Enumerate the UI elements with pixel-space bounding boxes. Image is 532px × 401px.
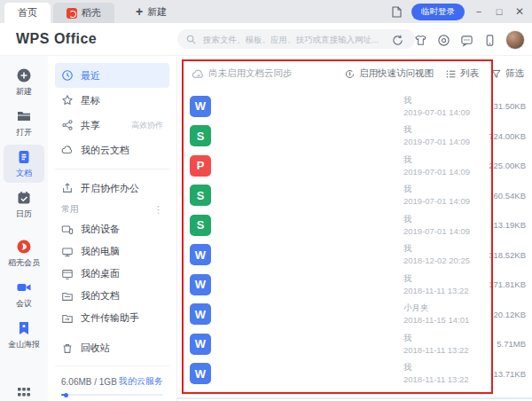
docer-member-icon <box>16 239 32 255</box>
temp-login-button[interactable]: 临时登录 <box>411 4 465 20</box>
file-type-icon: W <box>190 363 211 384</box>
file-row[interactable]: S 我 2019-07-01 14:09 13.19KB <box>177 210 532 240</box>
file-size: 60.54KB <box>494 191 526 200</box>
sidebar-item-my-desktop[interactable]: 我的桌面 <box>55 263 169 285</box>
file-date: 2018-11-11 13:22 <box>403 373 489 386</box>
rail-item-meeting[interactable]: 会议 <box>4 275 44 313</box>
file-date: 2019-07-01 14:09 <box>403 106 489 119</box>
view-mode-button[interactable]: 列表 <box>445 67 479 80</box>
file-author: 我 <box>403 183 489 195</box>
file-row[interactable]: S 我 2019-07-01 14:09 724.00KB <box>177 122 532 152</box>
sidebar-item-label: 我的云文档 <box>81 144 129 157</box>
plus-icon: + <box>136 5 143 18</box>
file-row[interactable]: P 我 2019-07-01 14:09 225.00KB <box>177 151 532 181</box>
file-row[interactable]: W 我 2018-11-11 13:22 13.71KB <box>177 359 532 389</box>
computer-icon <box>61 246 74 258</box>
file-row[interactable]: W 我 2018-11-11 13:22 5.71MB <box>177 329 532 359</box>
tab-bar: 首页 稻壳 + 新建 临时登录 − □ ✕ <box>0 0 532 23</box>
rail-item-new[interactable]: 新建 <box>4 63 44 101</box>
sidebar-item-label: 我的电脑 <box>81 245 120 258</box>
file-author: 我 <box>403 153 489 166</box>
file-row[interactable]: S 我 2019-07-01 14:09 60.54KB <box>177 181 532 211</box>
quick-access-label: 启用快速访问视图 <box>359 67 434 80</box>
file-size: 5.71MB <box>497 339 526 349</box>
star-icon <box>61 94 74 106</box>
sidebar-item-shared[interactable]: 共享 高效协作 <box>55 113 169 138</box>
settings-icon[interactable] <box>436 33 450 47</box>
tab-docer[interactable]: 稻壳 <box>53 3 114 23</box>
storage-progress-fill <box>61 394 67 396</box>
wps-logo: WPS Office <box>16 31 97 47</box>
share-export-icon <box>61 182 74 194</box>
message-feedback-icon[interactable] <box>459 33 473 47</box>
close-button[interactable]: ✕ <box>513 6 526 17</box>
sidebar-item-my-computer[interactable]: 我的电脑 <box>55 240 169 263</box>
mobile-device-icon[interactable] <box>482 33 497 47</box>
skin-theme-icon[interactable] <box>413 33 427 47</box>
file-type-icon: W <box>190 334 211 355</box>
file-type-icon: S <box>190 215 211 236</box>
search-input[interactable] <box>201 34 406 45</box>
collab-badge: 高效协作 <box>131 120 163 131</box>
file-row[interactable]: W 小月夹 2018-11-15 14:01 20.12KB <box>177 300 532 330</box>
quick-access-icon <box>344 68 356 80</box>
minimize-button[interactable]: − <box>473 7 485 17</box>
sidebar-item-collab-office[interactable]: 开启协作办公 <box>55 176 169 200</box>
rail-item-open[interactable]: 打开 <box>4 104 44 142</box>
divider <box>55 366 169 366</box>
devices-icon <box>61 224 74 236</box>
rail-item-docer-member[interactable]: 稻壳会员 <box>4 234 44 272</box>
tab-home[interactable]: 首页 <box>4 3 51 23</box>
file-row[interactable]: W 我 2018-11-11 13:22 171.81KB <box>177 270 532 300</box>
cloud-sync-notice[interactable]: 尚未启用文档云同步 <box>192 67 293 80</box>
file-date: 2018-12-02 20:25 <box>403 255 489 267</box>
new-tab-button[interactable]: + 新建 <box>136 0 167 23</box>
rail-item-apps[interactable]: 应用 <box>4 380 44 401</box>
section-title: 常用 <box>61 203 79 216</box>
document-page-icon[interactable] <box>389 4 403 19</box>
file-type-icon: W <box>190 244 211 265</box>
file-meta: 我 2019-07-01 14:09 <box>403 123 489 149</box>
more-vertical-icon[interactable]: ⋮ <box>153 204 163 216</box>
maximize-button[interactable]: □ <box>493 7 505 17</box>
file-list-header: 尚未启用文档云同步 启用快速访问视图 列表 筛选 <box>177 56 532 91</box>
sidebar-item-label: 开启协作办公 <box>81 182 139 195</box>
file-size: 225.00KB <box>489 161 526 170</box>
rail-label: 会议 <box>16 298 32 310</box>
file-type-icon: W <box>190 303 211 325</box>
share-icon <box>61 119 74 131</box>
rail-item-calendar[interactable]: 日历 <box>4 185 44 224</box>
sidebar-item-file-transfer[interactable]: 文件传输助手 <box>55 307 169 329</box>
sidebar-item-cloud-docs[interactable]: 我的云文档 <box>55 138 169 162</box>
file-author: 我 <box>403 213 489 225</box>
sidebar-item-recycle-bin[interactable]: 回收站 <box>55 337 169 359</box>
file-row[interactable]: W 我 2018-12-02 20:25 318.52KB <box>177 240 532 271</box>
cloud-storage-block: 6.06MB / 1GB 我的云服务 <box>55 373 169 396</box>
history-refresh-icon[interactable] <box>390 33 404 47</box>
divider <box>55 169 169 169</box>
sidebar-item-starred[interactable]: 星标 <box>55 88 169 113</box>
file-size: 13.19KB <box>494 220 526 230</box>
sidebar-item-recent[interactable]: 最近 <box>55 63 169 88</box>
file-row[interactable]: W 我 2019-07-01 14:09 31.50KB <box>177 91 532 122</box>
cloud-service-link[interactable]: 我的云服务 <box>119 375 163 388</box>
cloud-icon <box>61 144 74 156</box>
file-size: 171.81KB <box>489 279 526 289</box>
file-type-icon: W <box>190 274 211 295</box>
quick-access-toggle[interactable]: 启用快速访问视图 <box>344 67 434 80</box>
list-toolbar: 启用快速访问视图 列表 筛选 <box>344 67 524 80</box>
rail-item-documents[interactable]: 文档 <box>4 145 44 183</box>
app-header: WPS Office <box>0 23 532 56</box>
sidebar-item-my-documents[interactable]: 我的文档 <box>55 285 169 307</box>
file-meta: 小月夹 2018-11-15 14:01 <box>403 302 489 327</box>
search-bar[interactable] <box>177 29 415 49</box>
file-type-icon: S <box>190 185 211 206</box>
sidebar-item-my-devices[interactable]: 我的设备 <box>55 218 169 240</box>
filter-button[interactable]: 筛选 <box>490 67 524 80</box>
sidebar-spacer <box>55 329 169 337</box>
user-avatar[interactable] <box>505 30 525 50</box>
file-author: 我 <box>403 332 489 344</box>
rail-item-poster[interactable]: 金山海报 <box>4 316 44 354</box>
file-meta: 我 2019-07-01 14:09 <box>403 94 489 120</box>
tabbar-right-cluster: 临时登录 − □ ✕ <box>389 0 532 23</box>
